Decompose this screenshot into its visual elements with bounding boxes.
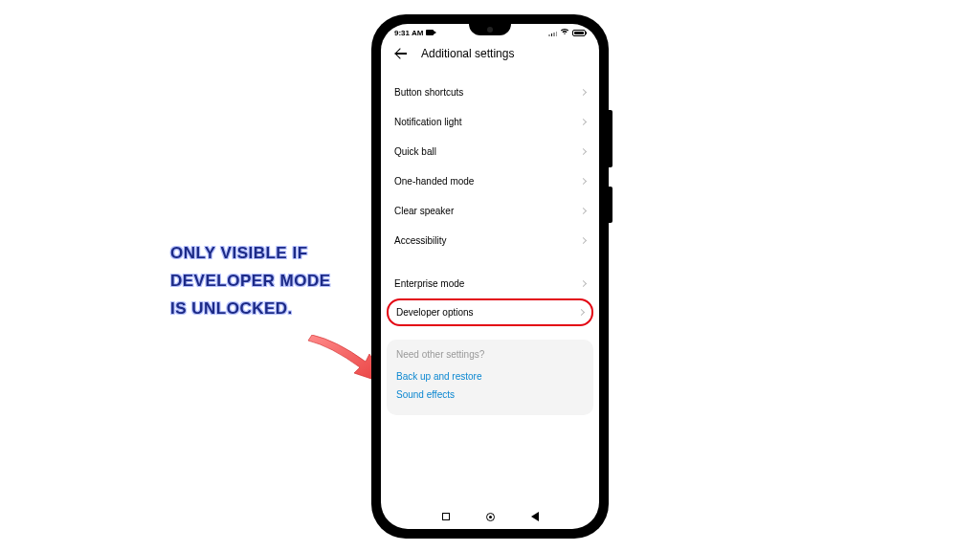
list-item-label: Clear speaker <box>394 206 454 216</box>
list-item-enterprise-mode[interactable]: Enterprise mode <box>381 269 599 298</box>
list-item-button-shortcuts[interactable]: Button shortcuts <box>381 77 599 107</box>
chevron-right-icon <box>578 309 585 316</box>
chevron-right-icon <box>580 89 587 96</box>
nav-bar <box>381 504 599 529</box>
list-item-label: Quick ball <box>394 146 436 157</box>
phone-notch <box>469 24 511 35</box>
volume-button <box>609 110 612 167</box>
footer-card: Need other settings? Back up and restore… <box>387 340 593 415</box>
list-item-label: Button shortcuts <box>394 87 463 98</box>
footer-question: Need other settings? <box>396 349 584 360</box>
list-item-label: Notification light <box>394 117 462 127</box>
chevron-right-icon <box>580 178 587 185</box>
nav-back-icon[interactable] <box>531 512 539 521</box>
settings-list: Button shortcuts Notification light Quic… <box>381 68 599 504</box>
annotation-line: Only visible if <box>170 240 371 268</box>
phone-screen: 9:31 AM Additional settings Button short… <box>381 24 599 529</box>
chevron-right-icon <box>580 237 587 244</box>
annotation-text: Only visible if Developer Mode is unlock… <box>170 240 371 323</box>
signal-icon <box>548 30 557 36</box>
chevron-right-icon <box>580 148 587 155</box>
status-time: 9:31 AM <box>394 29 423 37</box>
annotation-line: is unlocked. <box>170 296 371 323</box>
list-item-quick-ball[interactable]: Quick ball <box>381 137 599 166</box>
section-divider <box>381 255 599 269</box>
list-item-developer-options[interactable]: Developer options <box>387 298 593 326</box>
wifi-icon <box>560 28 569 37</box>
list-item-cutoff <box>381 68 599 77</box>
power-button <box>609 187 612 223</box>
list-item-one-handed-mode[interactable]: One-handed mode <box>381 166 599 196</box>
list-item-label: One-handed mode <box>394 176 474 187</box>
nav-recent-icon[interactable] <box>442 513 450 520</box>
list-item-label: Developer options <box>396 307 474 318</box>
list-item-label: Enterprise mode <box>394 278 464 289</box>
chevron-right-icon <box>580 119 587 125</box>
footer-link-sound[interactable]: Sound effects <box>396 386 584 404</box>
battery-icon <box>572 30 586 36</box>
annotation-line: Developer Mode <box>170 268 371 296</box>
camera-icon <box>426 30 434 35</box>
list-item-clear-speaker[interactable]: Clear speaker <box>381 196 599 226</box>
phone-frame: 9:31 AM Additional settings Button short… <box>371 14 609 539</box>
list-item-accessibility[interactable]: Accessibility <box>381 226 599 255</box>
nav-home-icon[interactable] <box>486 513 495 521</box>
list-item-notification-light[interactable]: Notification light <box>381 107 599 137</box>
footer-link-backup[interactable]: Back up and restore <box>396 367 584 386</box>
back-arrow-icon[interactable] <box>394 47 408 60</box>
chevron-right-icon <box>580 208 587 214</box>
list-item-label: Accessibility <box>394 235 446 246</box>
chevron-right-icon <box>580 280 587 287</box>
page-header: Additional settings <box>381 41 599 68</box>
page-title: Additional settings <box>421 47 514 60</box>
